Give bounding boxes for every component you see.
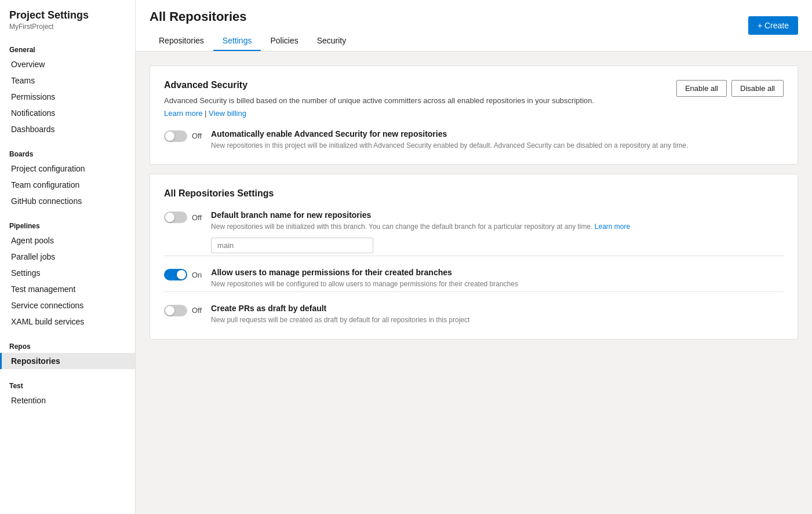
advanced-security-toggle-state: Off xyxy=(192,132,202,140)
sidebar-item-test-management[interactable]: Test management xyxy=(0,281,135,297)
sidebar-section-header-general: General xyxy=(0,42,135,56)
toggle-knob-2 xyxy=(177,270,186,279)
tabs: Repositories Settings Policies Security xyxy=(150,31,355,51)
advanced-security-links: Learn more | View billing xyxy=(164,109,594,118)
sidebar-section-test: Test Retention xyxy=(0,371,135,411)
sidebar-item-retention[interactable]: Retention xyxy=(0,392,135,409)
sidebar-title: Project Settings xyxy=(9,9,126,21)
manage-permissions-setting-row: On Allow users to manage permissions for… xyxy=(164,268,784,289)
advanced-security-toggle-title: Automatically enable Advanced Security f… xyxy=(211,129,688,138)
advanced-security-toggle[interactable] xyxy=(164,130,187,142)
sidebar-subtitle: MyFirstProject xyxy=(9,23,126,31)
default-branch-title: Default branch name for new repositories xyxy=(211,210,630,220)
draft-pr-toggle-state: Off xyxy=(192,306,202,315)
default-branch-desc-text: New repositories will be initialized wit… xyxy=(211,223,595,231)
default-branch-toggle-state: Off xyxy=(192,213,202,222)
draft-pr-content: Create PRs as draft by default New pull … xyxy=(211,304,469,325)
divider-2 xyxy=(164,291,784,292)
main-header-left: All Repositories Repositories Settings P… xyxy=(150,9,355,51)
default-branch-desc: New repositories will be initialized wit… xyxy=(211,222,630,232)
sidebar-item-agent-pools[interactable]: Agent pools xyxy=(0,232,135,249)
draft-pr-toggle-wrapper: Off xyxy=(164,304,202,316)
sidebar-item-service-connections[interactable]: Service connections xyxy=(0,297,135,313)
advanced-security-card: Advanced Security Advanced Security is b… xyxy=(150,65,798,165)
advanced-security-toggle-content: Automatically enable Advanced Security f… xyxy=(211,129,688,151)
main-content: All Repositories Repositories Settings P… xyxy=(136,0,812,514)
draft-pr-setting-row: Off Create PRs as draft by default New p… xyxy=(164,304,784,325)
sidebar-item-repositories[interactable]: Repositories xyxy=(0,353,135,369)
tab-repositories[interactable]: Repositories xyxy=(150,31,213,51)
draft-pr-title: Create PRs as draft by default xyxy=(211,304,469,313)
advanced-security-toggle-row: Off Automatically enable Advanced Securi… xyxy=(164,129,784,151)
disable-all-button[interactable]: Disable all xyxy=(731,80,784,97)
sidebar-item-notifications[interactable]: Notifications xyxy=(0,105,135,121)
default-branch-content: Default branch name for new repositories… xyxy=(211,210,630,253)
default-branch-learn-more[interactable]: Learn more xyxy=(595,223,630,231)
tab-security[interactable]: Security xyxy=(308,31,356,51)
tab-policies[interactable]: Policies xyxy=(261,31,307,51)
learn-more-link[interactable]: Learn more xyxy=(164,109,202,118)
sidebar-item-xaml-build-services[interactable]: XAML build services xyxy=(0,313,135,330)
toggle-knob-1 xyxy=(165,213,174,222)
manage-permissions-title: Allow users to manage permissions for th… xyxy=(211,268,518,277)
enable-all-button[interactable]: Enable all xyxy=(676,80,727,97)
main-header: All Repositories Repositories Settings P… xyxy=(136,0,812,52)
sidebar-section-header-test: Test xyxy=(0,378,135,392)
tab-settings[interactable]: Settings xyxy=(213,31,261,51)
sidebar-section-header-boards: Boards xyxy=(0,147,135,161)
sidebar-section-header-pipelines: Pipelines xyxy=(0,218,135,232)
sidebar: Project Settings MyFirstProject General … xyxy=(0,0,136,514)
default-branch-toggle-wrapper: Off xyxy=(164,210,202,223)
page-title: All Repositories xyxy=(150,9,355,24)
manage-permissions-toggle-wrapper: On xyxy=(164,268,202,280)
sidebar-item-parallel-jobs[interactable]: Parallel jobs xyxy=(0,249,135,265)
manage-permissions-toggle[interactable] xyxy=(164,269,187,280)
view-billing-link[interactable]: View billing xyxy=(209,109,246,118)
advanced-security-header-content: Advanced Security Advanced Security is b… xyxy=(164,80,594,118)
sidebar-section-general: General Overview Teams Permissions Notif… xyxy=(0,35,135,140)
default-branch-setting-row: Off Default branch name for new reposito… xyxy=(164,210,784,253)
sidebar-item-github-connections[interactable]: GitHub connections xyxy=(0,193,135,209)
sidebar-item-teams[interactable]: Teams xyxy=(0,72,135,89)
sidebar-section-boards: Boards Project configuration Team config… xyxy=(0,140,135,212)
manage-permissions-content: Allow users to manage permissions for th… xyxy=(211,268,518,289)
all-repos-settings-title: All Repositories Settings xyxy=(164,188,784,199)
sidebar-section-pipelines: Pipelines Agent pools Parallel jobs Sett… xyxy=(0,212,135,332)
draft-pr-toggle[interactable] xyxy=(164,305,187,316)
sidebar-section-header-repos: Repos xyxy=(0,339,135,353)
advanced-security-toggle-wrapper: Off xyxy=(164,129,202,142)
advanced-security-description: Advanced Security is billed based on the… xyxy=(164,95,594,107)
sidebar-item-project-configuration[interactable]: Project configuration xyxy=(0,161,135,177)
sidebar-item-team-configuration[interactable]: Team configuration xyxy=(0,177,135,193)
sidebar-section-repos: Repos Repositories xyxy=(0,332,135,371)
create-button[interactable]: + Create xyxy=(748,16,798,35)
manage-permissions-toggle-state: On xyxy=(192,271,202,279)
advanced-security-header-row: Advanced Security Advanced Security is b… xyxy=(164,80,784,118)
manage-permissions-desc: New repositories will be configured to a… xyxy=(211,279,518,289)
toggle-knob xyxy=(165,132,174,141)
divider-1 xyxy=(164,256,784,256)
branch-name-input[interactable] xyxy=(211,238,373,253)
advanced-security-title: Advanced Security xyxy=(164,80,594,90)
sidebar-item-permissions[interactable]: Permissions xyxy=(0,89,135,105)
sidebar-header: Project Settings MyFirstProject xyxy=(0,0,135,35)
advanced-security-actions: Enable all Disable all xyxy=(676,80,784,97)
sidebar-item-dashboards[interactable]: Dashboards xyxy=(0,121,135,137)
content-area: Advanced Security Advanced Security is b… xyxy=(136,52,812,353)
advanced-security-toggle-desc: New repositories in this project will be… xyxy=(211,141,688,151)
all-repos-settings-card: All Repositories Settings Off Default br… xyxy=(150,174,798,339)
draft-pr-desc: New pull requests will be created as dra… xyxy=(211,315,469,325)
sidebar-item-settings[interactable]: Settings xyxy=(0,265,135,281)
toggle-knob-3 xyxy=(165,306,174,315)
sidebar-item-overview[interactable]: Overview xyxy=(0,56,135,72)
default-branch-toggle[interactable] xyxy=(164,212,187,223)
